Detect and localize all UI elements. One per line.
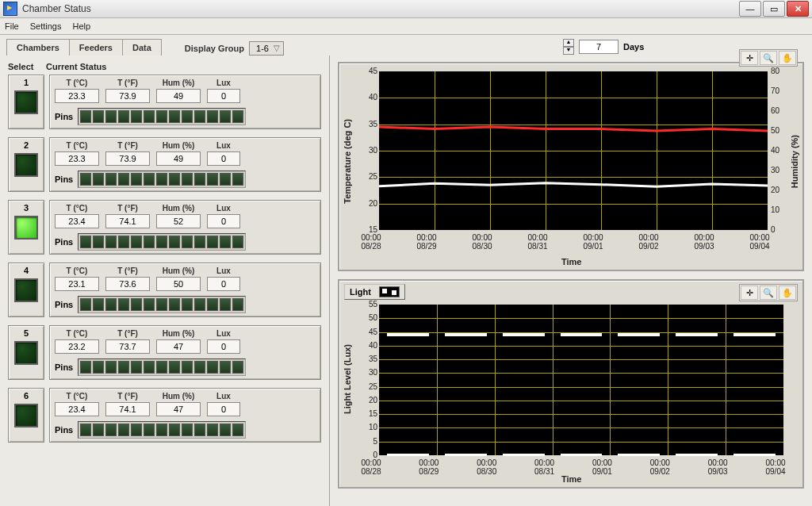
value-tf: 74.1 bbox=[105, 402, 150, 416]
pins-label: Pins bbox=[55, 425, 73, 435]
pin-led bbox=[118, 424, 129, 436]
x-tick: 00:00 09/04 bbox=[740, 233, 779, 251]
y-tick-left: 20 bbox=[363, 396, 377, 404]
col-lux: Lux bbox=[216, 141, 231, 150]
pan-tool-icon[interactable]: ✋ bbox=[779, 51, 796, 65]
col-lux: Lux bbox=[216, 329, 231, 338]
chamber-selector: 2 bbox=[8, 137, 44, 192]
x-tick: 00:00 08/31 bbox=[518, 233, 557, 251]
x-tick: 00:00 08/28 bbox=[351, 233, 391, 251]
display-group-select[interactable]: 1-6 bbox=[249, 41, 284, 56]
menu-help[interactable]: Help bbox=[72, 21, 90, 31]
x-tick: 00:00 08/29 bbox=[409, 458, 449, 476]
y-tick-right: 40 bbox=[771, 146, 779, 155]
pins-indicator bbox=[78, 171, 246, 188]
light-legend-label: Light bbox=[350, 287, 371, 297]
value-hum: 47 bbox=[156, 402, 201, 416]
pin-led bbox=[169, 424, 180, 436]
col-hum: Hum (%) bbox=[163, 79, 195, 87]
light-off-segment bbox=[387, 454, 429, 456]
y-tick-right: 30 bbox=[771, 166, 779, 174]
zoom-tool-icon[interactable]: 🔍 bbox=[760, 286, 777, 300]
col-tc: T (°C) bbox=[67, 392, 88, 401]
light-off-segment bbox=[676, 454, 718, 456]
chamber-status-panel: T (°C)23.4 T (°F)74.1 Hum (%)52 Lux0 Pin… bbox=[49, 200, 321, 255]
value-hum: 52 bbox=[156, 214, 201, 228]
chamber-selector: 3 bbox=[8, 200, 44, 255]
y-tick-right: 0 bbox=[771, 225, 776, 234]
pin-led bbox=[182, 236, 193, 248]
x-axis-label-2: Time bbox=[561, 474, 581, 484]
plot-area-1[interactable] bbox=[379, 71, 768, 230]
pin-led bbox=[118, 361, 129, 374]
y-tick-right: 20 bbox=[771, 186, 779, 194]
pin-led bbox=[93, 298, 104, 311]
chamber-select-led[interactable] bbox=[14, 404, 38, 427]
menu-file[interactable]: File bbox=[5, 21, 19, 31]
days-control: ▲ ▼ 7 Days bbox=[563, 39, 644, 55]
crosshair-tool-icon[interactable]: ✛ bbox=[741, 51, 758, 65]
pin-led bbox=[80, 298, 91, 311]
col-lux: Lux bbox=[216, 79, 231, 87]
pin-led bbox=[232, 173, 243, 186]
y-tick-right: 60 bbox=[771, 106, 779, 115]
col-hum: Hum (%) bbox=[163, 204, 195, 213]
tab-feeders[interactable]: Feeders bbox=[69, 39, 123, 56]
light-on-segment bbox=[387, 333, 429, 336]
plot-area-2[interactable] bbox=[379, 305, 783, 455]
minimize-button[interactable]: — bbox=[739, 1, 761, 17]
chamber-select-led[interactable] bbox=[14, 153, 38, 177]
days-spin-up[interactable]: ▲ bbox=[563, 39, 574, 47]
value-tc: 23.4 bbox=[55, 402, 99, 416]
pin-led bbox=[169, 110, 180, 123]
y-tick-right: 50 bbox=[771, 126, 779, 135]
chamber-select-led[interactable] bbox=[14, 216, 38, 240]
light-off-segment bbox=[561, 454, 603, 456]
close-button[interactable]: ✕ bbox=[787, 1, 809, 17]
tab-data[interactable]: Data bbox=[122, 39, 162, 56]
chamber-status-panel: T (°C)23.1 T (°F)73.6 Hum (%)50 Lux0 Pin… bbox=[49, 263, 321, 317]
chamber-select-led[interactable] bbox=[14, 278, 38, 302]
chamber-selector: 5 bbox=[8, 325, 44, 380]
y-axis-light-label: Light Level (Lux) bbox=[343, 344, 352, 414]
value-tc: 23.4 bbox=[55, 214, 99, 228]
value-tc: 23.3 bbox=[55, 89, 99, 103]
value-lux: 0 bbox=[207, 214, 240, 228]
pan-tool-icon[interactable]: ✋ bbox=[779, 286, 796, 300]
value-lux: 0 bbox=[207, 151, 240, 166]
light-legend-swatch[interactable] bbox=[379, 286, 400, 297]
x-tick: 00:00 09/02 bbox=[629, 233, 668, 251]
col-hum: Hum (%) bbox=[163, 329, 195, 338]
col-lux: Lux bbox=[216, 266, 231, 275]
pin-led bbox=[232, 236, 243, 248]
pins-label: Pins bbox=[55, 362, 73, 372]
y-tick-left: 30 bbox=[363, 368, 377, 377]
col-tf: T (°F) bbox=[117, 266, 138, 275]
days-label: Days bbox=[623, 42, 644, 52]
chamber-number: 6 bbox=[24, 391, 29, 401]
days-spin-down[interactable]: ▼ bbox=[563, 47, 574, 55]
pin-led bbox=[194, 361, 205, 374]
col-tf: T (°F) bbox=[117, 79, 138, 87]
pin-led bbox=[105, 361, 117, 374]
pin-led bbox=[80, 173, 91, 186]
crosshair-tool-icon[interactable]: ✛ bbox=[741, 286, 758, 300]
pins-indicator bbox=[78, 108, 246, 125]
y-tick-left: 10 bbox=[363, 423, 377, 431]
pin-led bbox=[207, 110, 218, 123]
pins-label: Pins bbox=[55, 300, 73, 309]
pin-led bbox=[80, 236, 91, 248]
chamber-status-panel: T (°C)23.3 T (°F)73.9 Hum (%)49 Lux0 Pin… bbox=[49, 75, 321, 129]
chamber-select-led[interactable] bbox=[14, 90, 38, 114]
menu-settings[interactable]: Settings bbox=[30, 21, 62, 31]
maximize-button[interactable]: ▭ bbox=[763, 1, 785, 17]
chamber-select-led[interactable] bbox=[14, 341, 38, 365]
zoom-tool-icon[interactable]: 🔍 bbox=[760, 51, 777, 65]
pin-led bbox=[182, 173, 193, 186]
days-field[interactable]: 7 bbox=[579, 40, 619, 54]
pin-led bbox=[156, 236, 167, 248]
light-off-segment bbox=[618, 454, 660, 456]
pin-led bbox=[118, 298, 129, 311]
value-lux: 0 bbox=[207, 89, 240, 103]
tab-chambers[interactable]: Chambers bbox=[6, 39, 70, 56]
